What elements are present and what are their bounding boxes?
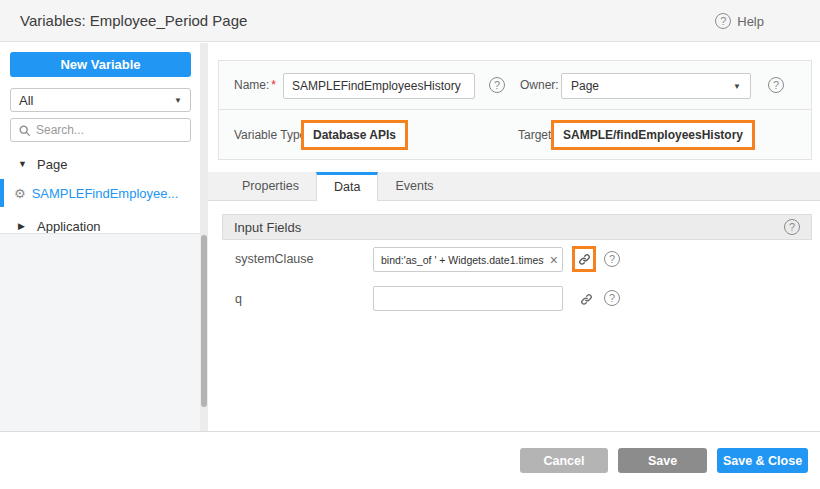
field-label-systemclause: systemClause — [235, 252, 314, 266]
input-fields-title: Input Fields — [234, 220, 301, 235]
caret-down-icon[interactable]: ▼ — [18, 159, 28, 169]
owner-label: Owner:* — [520, 78, 565, 92]
tab-events[interactable]: Events — [378, 172, 450, 200]
name-label: Name:* — [234, 78, 276, 92]
owner-select[interactable]: Page ▼ — [561, 73, 751, 99]
variable-summary-panel: Name:* ? Owner:* Page ▼ ? Variable Type:… — [218, 60, 812, 160]
new-variable-button[interactable]: New Variable — [10, 52, 191, 77]
page-title: Variables: Employee_Period Page — [20, 0, 247, 42]
link-icon — [578, 253, 591, 266]
variables-dialog: Variables: Employee_Period Page ? Help N… — [0, 0, 820, 489]
chevron-down-icon: ▼ — [174, 96, 182, 105]
variable-filter-select[interactable]: All ▼ — [10, 88, 191, 112]
detail-tabs: Properties Data Events — [208, 172, 820, 201]
target-value-highlighted: SAMPLE/findEmployeesHistory — [551, 120, 755, 150]
link-icon — [580, 293, 593, 306]
sidebar-scrollbar-thumb[interactable] — [201, 235, 207, 407]
name-field[interactable] — [283, 73, 475, 99]
systemclause-input-wrap: × — [373, 247, 563, 272]
dialog-header: Variables: Employee_Period Page ? Help — [0, 0, 820, 42]
variable-filter-value: All — [19, 93, 33, 108]
tab-data[interactable]: Data — [316, 172, 378, 201]
type-target-row: Variable Type: Database APIs Target: SAM… — [219, 110, 811, 159]
q-input-wrap — [373, 286, 563, 311]
help-icon: ? — [715, 13, 731, 29]
tab-properties[interactable]: Properties — [225, 172, 316, 200]
target-label: Target: — [518, 128, 555, 142]
input-fields-help-icon[interactable]: ? — [784, 219, 800, 235]
cancel-button[interactable]: Cancel — [520, 448, 608, 473]
systemclause-input[interactable] — [373, 247, 563, 272]
q-bind-button[interactable] — [574, 286, 598, 312]
variable-search — [10, 118, 191, 142]
variable-type-value-highlighted: Database APIs — [301, 120, 408, 150]
variables-sidebar: New Variable All ▼ ▼ Page ⚙ SAMPLEFindEm… — [0, 43, 200, 431]
tree-node-variable-selected[interactable]: ⚙ SAMPLEFindEmployee... — [0, 179, 200, 207]
systemclause-bind-button-highlighted[interactable] — [572, 246, 596, 272]
search-input[interactable] — [36, 123, 183, 137]
tree-node-page[interactable]: ▼ Page — [0, 151, 200, 177]
input-fields-header: Input Fields ? — [222, 214, 812, 240]
help-label: Help — [737, 14, 764, 29]
clear-icon[interactable]: × — [550, 253, 558, 267]
selection-indicator — [0, 179, 4, 207]
systemclause-help-icon[interactable]: ? — [604, 251, 620, 267]
caret-right-icon[interactable]: ▶ — [18, 221, 28, 231]
tree-node-application-label: Application — [37, 219, 101, 234]
sidebar-empty-area — [0, 234, 200, 431]
help-button[interactable]: ? Help — [715, 0, 764, 42]
owner-value: Page — [571, 79, 599, 93]
q-input[interactable] — [373, 286, 563, 311]
q-help-icon[interactable]: ? — [604, 290, 620, 306]
tree-node-page-label: Page — [37, 157, 67, 172]
chevron-down-icon: ▼ — [733, 82, 741, 91]
owner-help-icon[interactable]: ? — [768, 77, 784, 93]
name-help-icon[interactable]: ? — [489, 77, 505, 93]
search-icon — [18, 124, 31, 137]
dialog-footer: Cancel Save Save & Close — [0, 431, 820, 489]
variable-detail-pane: Name:* ? Owner:* Page ▼ ? Variable Type:… — [208, 43, 820, 431]
required-asterisk: * — [271, 78, 276, 92]
field-label-q: q — [235, 292, 242, 306]
variable-type-label: Variable Type: — [234, 128, 310, 142]
save-and-close-button[interactable]: Save & Close — [717, 448, 808, 473]
service-variable-icon: ⚙ — [14, 186, 26, 201]
save-button[interactable]: Save — [618, 448, 707, 473]
tree-node-variable-label: SAMPLEFindEmployee... — [32, 186, 179, 201]
name-owner-row: Name:* ? Owner:* Page ▼ ? — [219, 61, 811, 110]
